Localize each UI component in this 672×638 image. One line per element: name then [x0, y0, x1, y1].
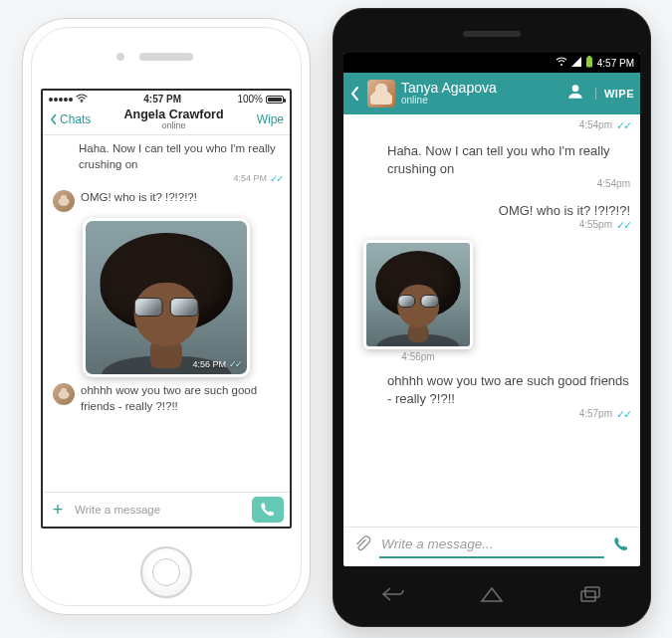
message-image[interactable]	[363, 240, 473, 349]
iphone-home-button[interactable]	[140, 546, 192, 598]
read-receipt-icon: ✓✓	[616, 119, 630, 132]
chat-contact-status: online	[124, 120, 224, 130]
chat-contact-name: Angela Crawford	[124, 107, 224, 121]
back-button[interactable]: Chats	[49, 112, 91, 126]
iphone-device: 4:57 PM 100% Chats Angela Crawford onlin…	[22, 18, 311, 615]
message-text: OMG! who is it? !?!?!?!	[403, 203, 630, 218]
android-input-bar: Write a message...	[343, 527, 640, 566]
iphone-speaker	[139, 53, 193, 61]
ios-chat-body[interactable]: Haha. Now I can tell you who I'm really …	[43, 135, 290, 492]
svg-point-1	[560, 64, 562, 66]
nav-back-button[interactable]	[367, 580, 419, 608]
android-nav-bar	[343, 576, 640, 612]
message-text: OMG! who is it? !?!?!?!	[81, 190, 282, 206]
nav-recent-button[interactable]	[564, 580, 616, 608]
read-receipt-icon: ✓✓	[229, 359, 241, 369]
attach-button[interactable]: +	[49, 500, 67, 521]
message-outgoing[interactable]: OMG! who is it? !?!?!?! 4:55pm ✓✓	[353, 203, 630, 232]
message-incoming[interactable]: ohhhh wow you two are such good friends …	[51, 383, 282, 414]
svg-rect-2	[586, 58, 592, 68]
message-time: 4:54pm	[597, 178, 630, 189]
android-chat-header: Tanya Agapova online WIPE	[343, 73, 640, 114]
svg-rect-6	[585, 587, 599, 597]
message-time: 4:56 PM	[192, 359, 226, 369]
iphone-camera	[116, 53, 124, 61]
android-status-bar: 4:57 PM	[343, 53, 640, 73]
signal-icon	[571, 57, 581, 69]
message-image[interactable]: 4:56 PM ✓✓	[83, 218, 250, 377]
message-time: 4:56pm	[353, 351, 483, 362]
attach-button[interactable]	[353, 535, 371, 557]
image-content	[86, 221, 247, 374]
status-time: 4:57 PM	[143, 94, 181, 105]
back-button[interactable]	[349, 86, 361, 102]
message-incoming[interactable]: OMG! who is it? !?!?!?!	[51, 190, 282, 212]
message-text: ohhhh wow you two are such good friends …	[387, 372, 630, 407]
chat-contact-name: Tanya Agapova	[401, 81, 560, 96]
wipe-button[interactable]: WIPE	[595, 88, 634, 100]
message-input[interactable]: Write a message...	[379, 533, 604, 558]
ios-chat-header: Chats Angela Crawford online Wipe	[43, 106, 290, 135]
call-button[interactable]	[612, 535, 630, 557]
back-label: Chats	[60, 112, 91, 126]
wipe-button[interactable]: Wipe	[257, 112, 284, 126]
contact-avatar[interactable]	[367, 80, 395, 107]
read-receipt-icon: ✓✓	[270, 173, 282, 184]
android-device: 4:57 PM Tanya Agapova online WIPE 4:54pm	[333, 8, 651, 627]
message-outgoing[interactable]: ohhhh wow you two are such good friends …	[353, 372, 630, 421]
signal-icon	[49, 98, 73, 102]
svg-rect-3	[587, 56, 590, 58]
android-screen: 4:57 PM Tanya Agapova online WIPE 4:54pm	[343, 53, 640, 566]
message-image-row[interactable]: 4:56pm	[353, 240, 630, 362]
iphone-screen: 4:57 PM 100% Chats Angela Crawford onlin…	[41, 89, 292, 529]
wifi-icon	[76, 94, 88, 105]
status-time: 4:57 PM	[597, 58, 634, 69]
battery-icon	[585, 56, 593, 70]
message-outgoing[interactable]: Haha. Now I can tell you who I'm really …	[353, 142, 630, 189]
wifi-icon	[556, 57, 567, 69]
read-receipt-icon: ✓✓	[616, 219, 630, 232]
battery-percentage: 100%	[237, 94, 263, 105]
battery-icon	[266, 96, 284, 104]
chat-contact-status: online	[401, 96, 560, 106]
message-time: 4:57pm	[579, 408, 612, 421]
message-text: Haha. Now I can tell you who I'm really …	[79, 141, 282, 172]
ios-status-bar: 4:57 PM 100%	[43, 91, 290, 106]
message-input[interactable]: Write a message	[73, 500, 246, 520]
contact-avatar	[53, 190, 75, 212]
message-text: ohhhh wow you two are such good friends …	[81, 383, 282, 414]
contact-avatar	[53, 383, 75, 405]
android-chat-body[interactable]: 4:54pm ✓✓ Haha. Now I can tell you who I…	[343, 114, 640, 527]
svg-point-0	[81, 101, 83, 103]
svg-point-4	[572, 85, 579, 92]
profile-icon[interactable]	[565, 82, 585, 106]
message-time: 4:55pm	[579, 219, 612, 232]
call-button[interactable]	[252, 497, 284, 523]
message-text: Haha. Now I can tell you who I'm really …	[387, 142, 630, 177]
message-time: 4:54 PM	[233, 173, 267, 184]
ios-input-bar: + Write a message	[43, 492, 290, 527]
nav-home-button[interactable]	[466, 580, 518, 608]
message-time: 4:54pm ✓✓	[353, 119, 630, 132]
image-content	[366, 243, 470, 346]
android-speaker	[463, 31, 521, 37]
svg-rect-5	[581, 591, 595, 601]
message-outgoing[interactable]: Haha. Now I can tell you who I'm really …	[51, 141, 282, 184]
read-receipt-icon: ✓✓	[616, 408, 630, 421]
